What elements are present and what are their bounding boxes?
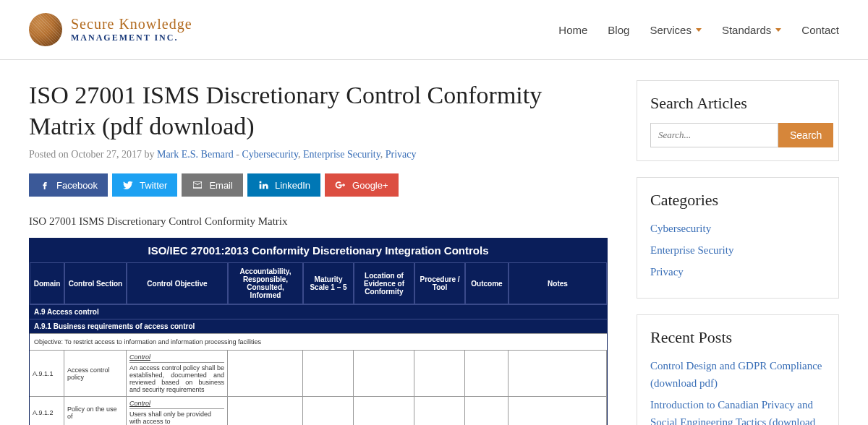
matrix-objective: Objective: To restrict access to informa… <box>30 333 607 350</box>
share-linkedin[interactable]: LinkedIn <box>247 173 320 197</box>
twitter-icon <box>122 179 134 191</box>
matrix-title: ISO/IEC 27001:2013 Conformity Discretion… <box>30 239 607 262</box>
search-title: Search Articles <box>650 94 825 113</box>
matrix-subsection: A.9.1 Business requirements of access co… <box>30 319 607 333</box>
share-twitter[interactable]: Twitter <box>112 173 177 197</box>
tag-link[interactable]: Cybersecurity <box>242 149 298 160</box>
post-link[interactable]: Introduction to Canadian Privacy and Soc… <box>650 396 825 425</box>
col-maturity: Maturity Scale 1 – 5 <box>303 262 354 304</box>
site-logo[interactable]: Secure Knowledge MANAGEMENT INC. <box>29 13 192 46</box>
main-nav: Home Blog Services Standards Contact <box>558 24 839 36</box>
col-procedure: Procedure / Tool <box>414 262 465 304</box>
table-row: A.9.1.1 Access control policy ControlAn … <box>30 350 607 396</box>
site-header: Secure Knowledge MANAGEMENT INC. Home Bl… <box>0 0 868 60</box>
col-accountability: Accountability, Responsible, Consulted, … <box>228 262 303 304</box>
googleplus-icon <box>335 179 346 191</box>
nav-standards[interactable]: Standards <box>722 24 781 36</box>
tag-link[interactable]: Enterprise Security <box>303 149 380 160</box>
logo-text: Secure Knowledge MANAGEMENT INC. <box>71 16 192 43</box>
share-email[interactable]: Email <box>182 173 243 197</box>
post-meta: Posted on October 27, 2017 by Mark E.S. … <box>29 149 608 160</box>
logo-line2: MANAGEMENT INC. <box>71 33 192 43</box>
categories-widget: Categories Cybersecurity Enterprise Secu… <box>637 177 839 299</box>
col-domain: Domain <box>30 262 64 304</box>
logo-icon <box>29 13 62 46</box>
categories-title: Categories <box>650 191 825 210</box>
col-objective: Control Objective <box>127 262 228 304</box>
search-widget: Search Articles Search <box>637 80 839 161</box>
search-input[interactable] <box>650 123 778 147</box>
sidebar: Search Articles Search Categories Cybers… <box>637 80 839 425</box>
post-lead: ISO 27001 ISMS Discretionary Control Con… <box>29 215 608 228</box>
chevron-down-icon <box>696 28 702 32</box>
conformity-matrix: ISO/IEC 27001:2013 Conformity Discretion… <box>29 238 608 425</box>
share-buttons: Facebook Twitter Email LinkedIn Google+ <box>29 173 608 197</box>
facebook-icon <box>39 179 51 191</box>
post-link[interactable]: Control Design and GDPR Compliance (down… <box>650 357 825 392</box>
col-outcome: Outcome <box>465 262 509 304</box>
author-link[interactable]: Mark E.S. Bernard <box>157 149 234 160</box>
col-notes: Notes <box>509 262 607 304</box>
search-button[interactable]: Search <box>778 123 833 147</box>
logo-line1: Secure Knowledge <box>71 16 192 33</box>
category-link[interactable]: Cybersecurity <box>650 220 825 237</box>
nav-services[interactable]: Services <box>650 24 702 36</box>
email-icon <box>192 179 203 191</box>
nav-blog[interactable]: Blog <box>608 24 629 36</box>
share-facebook[interactable]: Facebook <box>29 173 108 197</box>
col-section: Control Section <box>64 262 127 304</box>
recent-title: Recent Posts <box>650 328 825 347</box>
category-link[interactable]: Privacy <box>650 263 825 280</box>
category-link[interactable]: Enterprise Security <box>650 241 825 259</box>
chevron-down-icon <box>775 28 781 32</box>
matrix-section: A.9 Access control <box>30 304 607 319</box>
share-googleplus[interactable]: Google+ <box>325 173 399 197</box>
nav-contact[interactable]: Contact <box>801 24 839 36</box>
matrix-header-row: Domain Control Section Control Objective… <box>30 262 607 304</box>
tag-link[interactable]: Privacy <box>386 149 417 160</box>
recent-posts-widget: Recent Posts Control Design and GDPR Com… <box>637 314 839 425</box>
table-row: A.9.1.2 Policy on the use of ControlUser… <box>30 396 607 425</box>
nav-home[interactable]: Home <box>558 24 587 36</box>
main-content: ISO 27001 ISMS Discretionary Control Con… <box>29 80 608 425</box>
post-title: ISO 27001 ISMS Discretionary Control Con… <box>29 80 608 142</box>
linkedin-icon <box>258 179 269 191</box>
col-location: Location of Evidence of Conformity <box>354 262 414 304</box>
